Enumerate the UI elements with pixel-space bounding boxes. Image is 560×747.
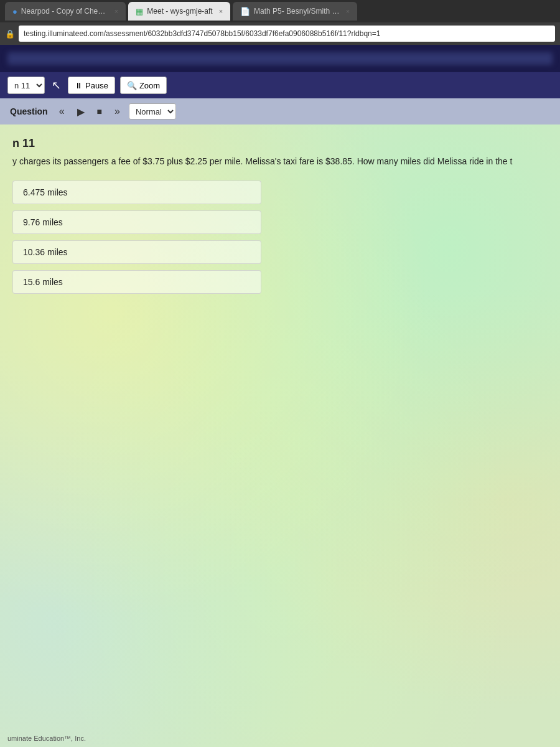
answer-text-c: 10.36 miles [23,247,68,257]
question-number-select[interactable]: n 11 [7,77,45,94]
play-button[interactable]: ▶ [73,105,88,119]
question-nav-label: Question [10,106,48,116]
tab-icon-math: 📄 [240,7,250,16]
tab-close-nearpod[interactable]: × [114,7,118,15]
answer-option-a[interactable]: 6.475 miles [12,181,261,204]
footer: uminate Education™, Inc. [7,735,86,742]
scrollable-content: n 11 y charges its passengers a fee of $… [0,125,560,747]
speed-select[interactable]: Normal Slow Fast [129,103,176,120]
question-text: y charges its passengers a fee of $3.75 … [12,155,548,168]
toolbar-blurred-text [7,52,553,65]
question-number: n 11 [12,137,548,150]
tab-icon-nearpod: ● [12,7,17,16]
footer-text: uminate Education™, Inc. [7,735,86,742]
lock-icon: 🔒 [5,29,15,39]
zoom-label: Zoom [139,81,160,90]
question-content: n 11 y charges its passengers a fee of $… [0,125,560,312]
tab-nearpod[interactable]: ● Nearpod - Copy of Chemical Rea × [5,2,126,21]
zoom-button[interactable]: 🔍 Zoom [120,77,167,94]
question-nav-bar: Question « ▶ ■ » Normal Slow Fast [0,98,560,125]
tab-bar: ● Nearpod - Copy of Chemical Rea × ▦ Mee… [0,0,560,22]
stop-button[interactable]: ■ [93,105,106,118]
answer-option-d[interactable]: 15.6 miles [12,270,261,294]
fast-forward-button[interactable]: » [111,105,124,118]
tab-close-math[interactable]: × [346,7,350,15]
address-bar-row: 🔒 [0,22,560,45]
tab-title-math: Math P5- Besnyl/Smith 202 [254,7,340,16]
nearpod-header-toolbar [0,45,560,72]
answer-text-d: 15.6 miles [23,277,63,287]
cursor-button[interactable]: ↖ [50,77,63,94]
tab-close-meet[interactable]: × [219,7,223,15]
pause-label: Pause [85,81,108,90]
main-content: Question « ▶ ■ » Normal Slow Fast n 11 y… [0,98,560,747]
answer-text-b: 9.76 miles [23,217,63,227]
answer-text-a: 6.475 miles [23,187,68,197]
tab-icon-meet: ▦ [136,7,143,16]
question-toolbar: n 11 ↖ ⏸ Pause 🔍 Zoom [0,72,560,98]
pause-icon: ⏸ [75,81,83,90]
answer-option-b[interactable]: 9.76 miles [12,210,261,234]
address-bar[interactable] [19,26,555,42]
tab-title-nearpod: Nearpod - Copy of Chemical Rea [21,7,108,16]
tab-meet[interactable]: ▦ Meet - wys-gmje-aft × [128,2,230,21]
zoom-icon: 🔍 [127,81,137,90]
answer-option-c[interactable]: 10.36 miles [12,240,261,264]
pause-button[interactable]: ⏸ Pause [68,77,115,94]
tab-math[interactable]: 📄 Math P5- Besnyl/Smith 202 × [233,2,357,21]
rewind-button[interactable]: « [55,105,68,118]
tab-title-meet: Meet - wys-gmje-aft [147,7,212,16]
